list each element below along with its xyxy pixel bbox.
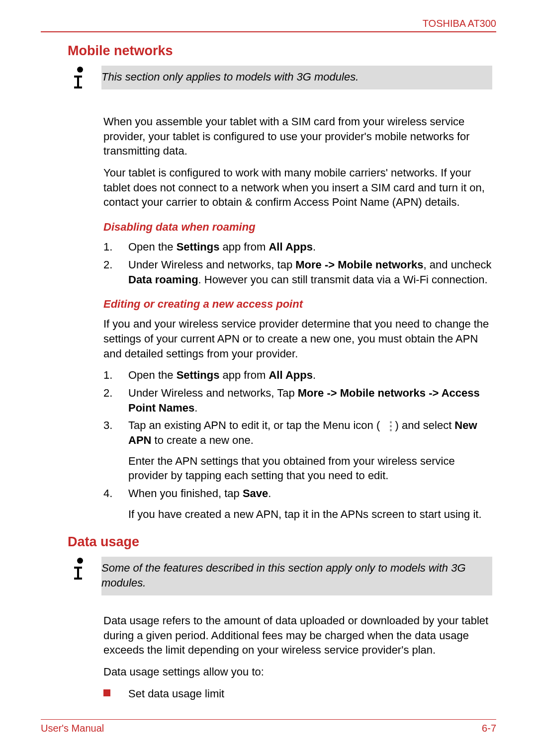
text: . <box>268 487 271 500</box>
text: When you finished, tap <box>128 487 243 500</box>
product-label: TOSHIBA AT300 <box>41 18 496 29</box>
steps-disabling-roaming: Open the Settings app from All Apps. Und… <box>103 240 492 287</box>
step-note: Enter the APN settings that you obtained… <box>128 454 492 483</box>
text: to create a new one. <box>151 434 253 446</box>
note-text: Some of the features described in this s… <box>101 557 492 595</box>
text: Under Wireless and networks, tap <box>128 258 295 271</box>
red-square-bullet-icon <box>103 689 110 696</box>
info-icon <box>68 66 92 90</box>
text: ) and select <box>392 419 454 431</box>
text: app from <box>219 241 268 253</box>
footer-page-number: 6-7 <box>482 723 496 734</box>
header-rule <box>41 31 496 32</box>
step-note: If you have created a new APN, tap it in… <box>128 507 492 522</box>
steps-edit-apn: Open the Settings app from All Apps. Und… <box>103 368 492 521</box>
note-data-usage: Some of the features described in this s… <box>68 557 492 595</box>
text: Open the <box>128 241 177 253</box>
bold: Settings <box>177 369 220 381</box>
text: , and uncheck <box>424 258 492 271</box>
page: TOSHIBA AT300 Mobile networks This secti… <box>0 0 537 756</box>
text: Tap an existing APN to edit it, or tap t… <box>128 419 383 431</box>
mobile-networks-content: When you assemble your tablet with a SIM… <box>103 114 492 521</box>
svg-point-1 <box>77 558 83 564</box>
bold: More -> Mobile networks <box>295 258 423 271</box>
paragraph: When you assemble your tablet with a SIM… <box>103 114 492 159</box>
step: Under Wireless and networks, Tap More ->… <box>103 386 492 415</box>
text: Open the <box>128 369 177 381</box>
paragraph: If you and your wireless service provide… <box>103 317 492 361</box>
subheading-disabling-roaming: Disabling data when roaming <box>103 221 492 234</box>
subheading-edit-apn: Editing or creating a new access point <box>103 298 492 311</box>
bold: All Apps <box>268 241 312 253</box>
info-icon <box>68 557 92 582</box>
bold: Settings <box>177 241 220 253</box>
data-usage-content: Data usage refers to the amount of data … <box>103 613 492 701</box>
footer-left: User's Manual <box>41 723 104 734</box>
bold: Save <box>243 487 268 500</box>
body: Mobile networks This section only applie… <box>41 43 496 701</box>
footer: User's Manual 6-7 <box>41 719 496 734</box>
footer-rule <box>41 719 496 720</box>
text: . <box>194 402 197 414</box>
text: . <box>313 241 316 253</box>
bullet-list: Set data usage limit <box>103 686 492 701</box>
note-mobile-networks: This section only applies to models with… <box>68 66 492 90</box>
paragraph: Your tablet is configured to work with m… <box>103 166 492 210</box>
paragraph: Data usage refers to the amount of data … <box>103 613 492 658</box>
step: Tap an existing APN to edit it, or tap t… <box>103 418 492 483</box>
heading-mobile-networks: Mobile networks <box>68 43 492 59</box>
step: Open the Settings app from All Apps. <box>103 240 492 254</box>
footer-row: User's Manual 6-7 <box>41 723 496 734</box>
step: Open the Settings app from All Apps. <box>103 368 492 383</box>
bold: All Apps <box>268 369 312 381</box>
text: . However you can still transmit data vi… <box>198 273 488 286</box>
paragraph: Data usage settings allow you to: <box>103 665 492 679</box>
text: app from <box>219 369 268 381</box>
menu-dots-icon <box>384 420 391 430</box>
heading-data-usage: Data usage <box>68 534 492 550</box>
bullet-text: Set data usage limit <box>128 687 224 700</box>
text: . <box>313 369 316 381</box>
note-text: This section only applies to models with… <box>101 66 492 89</box>
list-item: Set data usage limit <box>103 686 492 701</box>
text: Under Wireless and networks, Tap <box>128 387 298 399</box>
bold: Data roaming <box>128 273 198 286</box>
svg-point-0 <box>77 67 83 73</box>
step: Under Wireless and networks, tap More ->… <box>103 257 492 287</box>
step: When you finished, tap Save. If you have… <box>103 486 492 521</box>
